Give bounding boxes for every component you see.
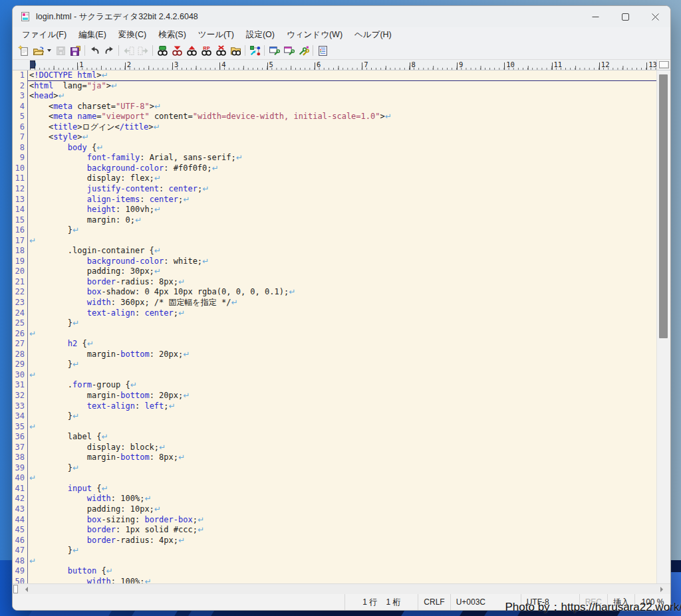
code-line[interactable]: 19 background-color: white;↵ xyxy=(13,257,656,267)
open-file-button[interactable] xyxy=(31,43,45,58)
code-line[interactable]: 22 box-shadow: 0 4px 10px rgba(0, 0, 0, … xyxy=(13,287,656,298)
code-line[interactable]: 26↵ xyxy=(13,329,656,340)
code-line[interactable]: 46 border-radius: 4px;↵ xyxy=(13,536,656,546)
code-line[interactable]: 44 box-sizing: border-box;↵ xyxy=(13,515,656,526)
code-line[interactable]: 48↵ xyxy=(13,556,656,567)
replace-button[interactable]: RP xyxy=(199,43,213,58)
eol-mark: ↵ xyxy=(82,132,88,142)
code-line[interactable]: 50 width: 100%;↵ xyxy=(13,577,656,583)
code-line[interactable]: 16 }↵ xyxy=(13,225,656,236)
menu-item-8[interactable]: ヘルプ(H) xyxy=(348,28,398,42)
line-number: 10 xyxy=(13,163,28,174)
line-number: 22 xyxy=(13,287,28,298)
code-line[interactable]: 20 padding: 30px;↵ xyxy=(13,266,656,277)
code-text: width: 100%;↵ xyxy=(28,494,656,504)
clear-search-button[interactable] xyxy=(213,43,228,58)
save-all-button[interactable] xyxy=(68,43,82,58)
code-line[interactable]: 12 justify-content: center;↵ xyxy=(13,184,656,195)
horizontal-split-handle[interactable] xyxy=(13,585,18,593)
code-line[interactable]: 1<!DOCTYPE html>↵ xyxy=(13,70,656,81)
close-button[interactable] xyxy=(640,6,670,27)
minimize-button[interactable] xyxy=(581,6,611,27)
type-settings-button[interactable] xyxy=(267,43,281,58)
menu-item-2[interactable]: 編集(E) xyxy=(72,28,112,42)
vertical-scrollbar-thumb[interactable] xyxy=(659,74,668,338)
code-line[interactable]: 23 width: 360px; /* 固定幅を指定 */↵ xyxy=(13,298,656,308)
code-line[interactable]: 36 label {↵ xyxy=(13,432,656,443)
code-text: <meta name="viewport" content="width=dev… xyxy=(28,112,656,122)
menu-item-3[interactable]: 変換(C) xyxy=(112,28,152,42)
open-dropdown-button[interactable] xyxy=(45,43,53,58)
ruler-number: 6 xyxy=(317,60,321,69)
code-line[interactable]: 13 align-items: center;↵ xyxy=(13,195,656,205)
code-text: ↵ xyxy=(28,236,656,247)
menu-item-7[interactable]: ウィンドウ(W) xyxy=(281,28,348,42)
vertical-scrollbar[interactable] xyxy=(656,70,670,583)
code-line[interactable]: 6 <title>ログイン</title>↵ xyxy=(13,122,656,133)
menu-item-5[interactable]: ツール(T) xyxy=(192,28,240,42)
code-line[interactable]: 15 margin: 0;↵ xyxy=(13,215,656,226)
code-line[interactable]: 43 padding: 10px;↵ xyxy=(13,504,656,515)
maximize-button[interactable] xyxy=(611,6,640,27)
scroll-right-arrow-icon[interactable] xyxy=(660,587,666,592)
code-line[interactable]: 9 font-family: Arial, sans-serif;↵ xyxy=(13,153,656,163)
redo-button[interactable] xyxy=(102,43,116,58)
ruler-number: 3 xyxy=(174,60,178,69)
undo-button[interactable] xyxy=(87,43,102,58)
code-line[interactable]: 34 }↵ xyxy=(13,411,656,422)
code-line[interactable]: 28 margin-bottom: 20px;↵ xyxy=(13,350,656,360)
horizontal-scrollbar[interactable] xyxy=(13,583,670,594)
code-line[interactable]: 45 border: 1px solid #ccc;↵ xyxy=(13,525,656,536)
code-line[interactable]: 21 border-radius: 8px;↵ xyxy=(13,277,656,288)
code-line[interactable]: 14 height: 100vh;↵ xyxy=(13,205,656,215)
menu-item-6[interactable]: 設定(O) xyxy=(240,28,281,42)
code-line[interactable]: 29 }↵ xyxy=(13,359,656,370)
code-line[interactable]: 7 <style>↵ xyxy=(13,132,656,143)
code-line[interactable]: 3<head>↵ xyxy=(13,91,656,102)
jump-prev-button[interactable] xyxy=(121,43,136,58)
find-prev-button[interactable] xyxy=(184,43,199,58)
scroll-left-arrow-icon[interactable] xyxy=(23,587,28,592)
find-button[interactable] xyxy=(155,43,170,58)
code-line[interactable]: 31 .form-group {↵ xyxy=(13,380,656,391)
keyword-settings-button[interactable] xyxy=(296,43,311,58)
outline-button[interactable] xyxy=(315,43,330,58)
menu-item-1[interactable]: ファイル(F) xyxy=(16,28,72,42)
code-line[interactable]: 32 margin-bottom: 20px;↵ xyxy=(13,391,656,401)
code-line[interactable]: 41 input {↵ xyxy=(13,484,656,494)
code-line[interactable]: 10 background-color: #f0f0f0;↵ xyxy=(13,163,656,174)
common-settings-button[interactable] xyxy=(281,43,296,58)
code-line[interactable]: 47 }↵ xyxy=(13,546,656,556)
code-line[interactable]: 30↵ xyxy=(13,370,656,381)
code-line[interactable]: 25 }↵ xyxy=(13,318,656,329)
menu-item-4[interactable]: 検索(S) xyxy=(152,28,192,42)
code-line[interactable]: 8 body {↵ xyxy=(13,143,656,154)
code-line[interactable]: 2<html lang="ja">↵ xyxy=(13,81,656,92)
grep-button[interactable] xyxy=(228,43,243,58)
line-number: 17 xyxy=(13,236,28,247)
code-line[interactable]: 37 display: block;↵ xyxy=(13,443,656,453)
code-line[interactable]: 42 width: 100%;↵ xyxy=(13,494,656,504)
code-line[interactable]: 17↵ xyxy=(13,236,656,247)
tag-jump-button[interactable] xyxy=(247,43,262,58)
code-lines[interactable]: 1<!DOCTYPE html>↵2<html lang="ja">↵3<hea… xyxy=(13,70,656,583)
code-line[interactable]: 11 display: flex;↵ xyxy=(13,173,656,184)
code-line[interactable]: 24 text-align: center;↵ xyxy=(13,308,656,319)
new-file-button[interactable] xyxy=(16,43,31,58)
code-line[interactable]: 5 <meta name="viewport" content="width=d… xyxy=(13,112,656,122)
code-line[interactable]: 39 }↵ xyxy=(13,463,656,474)
jump-next-button[interactable] xyxy=(136,43,150,58)
code-text: <meta charset="UTF-8">↵ xyxy=(28,102,656,112)
code-line[interactable]: 27 h2 {↵ xyxy=(13,339,656,350)
code-line[interactable]: 49 button {↵ xyxy=(13,566,656,577)
code-line[interactable]: 33 text-align: left;↵ xyxy=(13,401,656,412)
save-button[interactable] xyxy=(53,43,68,58)
code-line[interactable]: 40↵ xyxy=(13,473,656,484)
code-line[interactable]: 35↵ xyxy=(13,422,656,433)
vertical-split-handle[interactable] xyxy=(659,61,669,68)
code-line[interactable]: 18 .login-container {↵ xyxy=(13,246,656,257)
find-next-button[interactable] xyxy=(170,43,184,58)
status-segment-2: CRLF xyxy=(418,594,450,610)
code-line[interactable]: 4 <meta charset="UTF-8">↵ xyxy=(13,102,656,112)
code-line[interactable]: 38 margin-bottom: 8px;↵ xyxy=(13,453,656,463)
